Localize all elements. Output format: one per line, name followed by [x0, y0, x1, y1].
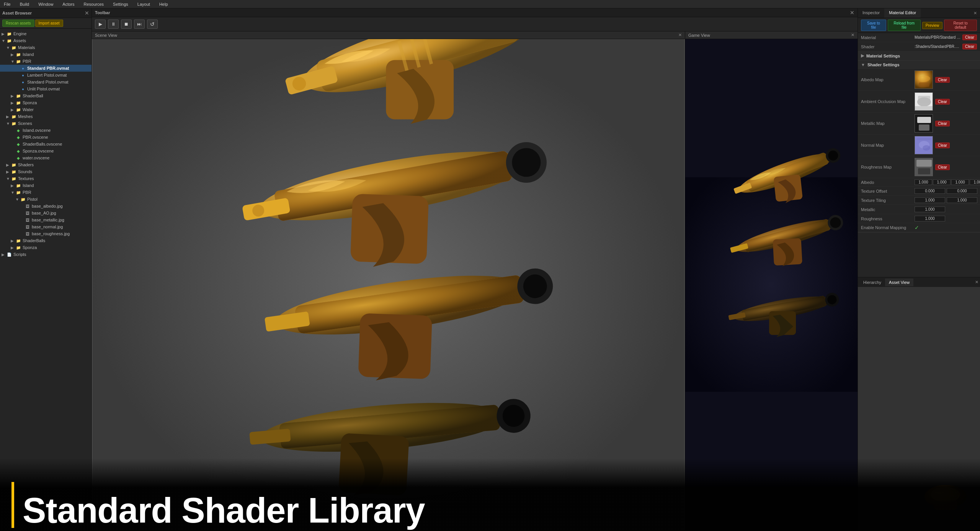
svg-point-68 — [923, 145, 930, 151]
tree-base-albedo[interactable]: 🖼 base_albedo.jpg — [0, 203, 91, 210]
roughness-map-clear-button[interactable]: Clear — [935, 164, 950, 170]
shader-settings-header[interactable]: ▼ Shader Settings — [858, 61, 980, 69]
albedo-map-clear-button[interactable]: Clear — [935, 77, 950, 83]
material-settings-header[interactable]: ▶ Material Settings — [858, 51, 980, 60]
tree-assets[interactable]: ▼ 📁 Assets — [0, 37, 91, 44]
menu-build[interactable]: Build — [18, 1, 31, 7]
tree-island-scene[interactable]: ◆ Island.ovscene — [0, 127, 91, 134]
scene-view-close[interactable]: ✕ — [678, 33, 682, 38]
tree-scripts[interactable]: ▶ 📄 Scripts — [0, 251, 91, 258]
menu-actors[interactable]: Actors — [60, 1, 77, 7]
tree-sounds[interactable]: ▶ 📁 Sounds — [0, 168, 91, 175]
tree-sponza-mat[interactable]: ▶ 📁 Sponza — [0, 99, 91, 106]
albedo-map-thumb[interactable] — [915, 70, 933, 89]
tree-unlit-pistol[interactable]: ● Unlit Pistol.ovmat — [0, 85, 91, 92]
ao-map-clear-button[interactable]: Clear — [935, 99, 950, 105]
menu-resources[interactable]: Resources — [82, 1, 106, 7]
tree-shaderballs2[interactable]: ▶ 📁 ShaderBalls — [0, 237, 91, 244]
roughness-map-thumb[interactable] — [915, 158, 933, 176]
shader-clear-button[interactable]: Clear — [962, 44, 977, 49]
reload-button[interactable]: ↺ — [147, 20, 158, 29]
tree-std-pbr[interactable]: ● Standard PBR.ovmat — [0, 65, 91, 72]
svg-rect-58 — [919, 82, 929, 87]
tree-shaderball[interactable]: ▶ 📁 ShaderBall — [0, 92, 91, 99]
normal-map-clear-button[interactable]: Clear — [935, 143, 950, 148]
texture-tiling-row: Texture Tiling — [858, 196, 980, 205]
menu-layout[interactable]: Layout — [135, 1, 152, 7]
tree-tex-pbr[interactable]: ▼ 📁 PBR — [0, 189, 91, 196]
albedo-g-input[interactable] — [933, 179, 951, 185]
tree-scenes[interactable]: ▼ 📁 Scenes — [0, 120, 91, 127]
texture-tiling-inputs — [915, 197, 977, 203]
asset-view-area[interactable] — [858, 287, 980, 531]
metallic-value-input[interactable] — [915, 206, 945, 212]
menu-file[interactable]: File — [2, 1, 13, 7]
menu-settings[interactable]: Settings — [111, 1, 131, 7]
tree-water-scene[interactable]: ◆ water.ovscene — [0, 154, 91, 161]
tree-engine[interactable]: ▶ 📁 Engine — [0, 30, 91, 37]
scene-view-label: Scene View — [95, 33, 117, 38]
material-editor-tab[interactable]: Material Editor — [884, 8, 921, 18]
asset-view-tab[interactable]: Asset View — [885, 279, 913, 286]
reload-from-file-button[interactable]: Reload from file — [888, 20, 921, 31]
pause-button[interactable]: ⏸ — [108, 20, 119, 29]
tree-textures[interactable]: ▼ 📁 Textures — [0, 175, 91, 182]
tree-pbr-mat[interactable]: ▼ 📁 PBR — [0, 58, 91, 65]
tree-meshes[interactable]: ▶ 📁 Meshes — [0, 113, 91, 120]
svg-point-75 — [931, 487, 960, 502]
game-view-close[interactable]: ✕ — [851, 33, 854, 38]
albedo-b-input[interactable] — [951, 179, 969, 185]
tree-shaderballs-scene[interactable]: ◆ ShaderBalls.ovscene — [0, 141, 91, 148]
metallic-map-clear-button[interactable]: Clear — [935, 121, 950, 126]
bottom-tabs-close[interactable]: ✕ — [975, 280, 978, 285]
tree-base-ao[interactable]: 🖼 base_AO.jpg — [0, 210, 91, 216]
import-asset-button[interactable]: Import asset — [35, 20, 63, 27]
texture-tiling-x-input[interactable] — [915, 197, 945, 203]
tree-standard-pistol[interactable]: ● Standard Pistol.ovmat — [0, 79, 91, 85]
material-clear-button[interactable]: Clear — [962, 34, 977, 40]
tree-tex-island[interactable]: ▶ 📁 Island — [0, 182, 91, 189]
tree-tex-pistol[interactable]: ▼ 📁 Pistol — [0, 196, 91, 203]
enable-normal-mapping-checkmark[interactable]: ✓ — [915, 225, 919, 231]
asset-browser-close[interactable]: ✕ — [85, 10, 89, 16]
metallic-value-row: Metallic — [858, 205, 980, 214]
normal-map-thumb[interactable] — [915, 136, 933, 154]
tree-pbr-scene[interactable]: ◆ PBR.ovscene — [0, 134, 91, 141]
svg-rect-62 — [918, 96, 930, 103]
texture-tiling-y-input[interactable] — [947, 197, 977, 203]
texture-offset-label: Texture Offset — [861, 189, 915, 193]
tree-base-normal[interactable]: 🖼 base_normal.jpg — [0, 223, 91, 230]
play-button[interactable]: ▶ — [95, 20, 106, 29]
inspector-close-button[interactable]: ✕ — [970, 9, 980, 18]
inspector-tab[interactable]: Inspector — [858, 8, 884, 18]
rescan-assets-button[interactable]: Rescan assets — [2, 20, 34, 27]
albedo-a-input[interactable] — [970, 179, 980, 185]
hierarchy-tab[interactable]: Hierarchy — [859, 279, 885, 286]
scene-view-content[interactable] — [92, 39, 685, 530]
tree-sponza2[interactable]: ▶ 📁 Sponza — [0, 244, 91, 251]
albedo-r-input[interactable] — [915, 179, 932, 185]
tree-materials[interactable]: ▼ 📁 Materials — [0, 44, 91, 51]
texture-offset-x-input[interactable] — [915, 188, 945, 194]
tree-shaders[interactable]: ▶ 📁 Shaders — [0, 161, 91, 168]
tree-base-metallic[interactable]: 🖼 base_metallic.jpg — [0, 216, 91, 223]
metallic-map-thumb[interactable] — [915, 114, 933, 133]
reset-to-default-button[interactable]: Reset to default — [944, 20, 977, 31]
tree-island-mat[interactable]: ▶ 📁 Island — [0, 51, 91, 58]
stop-button[interactable]: ⏹ — [121, 20, 132, 29]
tree-base-roughness[interactable]: 🖼 base_roughness.jpg — [0, 230, 91, 237]
tree-sponza-scene[interactable]: ◆ Sponza.ovscene — [0, 148, 91, 154]
preview-button[interactable]: Preview — [922, 22, 943, 29]
step-button[interactable]: ⏭ — [134, 20, 145, 29]
game-view-content[interactable] — [685, 39, 858, 530]
toolbar-close[interactable]: ✕ — [850, 10, 854, 16]
texture-offset-y-input[interactable] — [947, 188, 977, 194]
tree-lambert-pistol[interactable]: ● Lambert Pistol.ovmat — [0, 72, 91, 79]
save-to-file-button[interactable]: Save to file — [861, 20, 886, 31]
ao-map-thumb[interactable] — [915, 92, 933, 111]
menu-help[interactable]: Help — [157, 1, 170, 7]
menu-window[interactable]: Window — [36, 1, 56, 7]
roughness-value-input[interactable] — [915, 216, 945, 221]
tree-water-mat[interactable]: ▶ 📁 Water — [0, 106, 91, 113]
shader-settings-label: Shader Settings — [867, 62, 900, 67]
